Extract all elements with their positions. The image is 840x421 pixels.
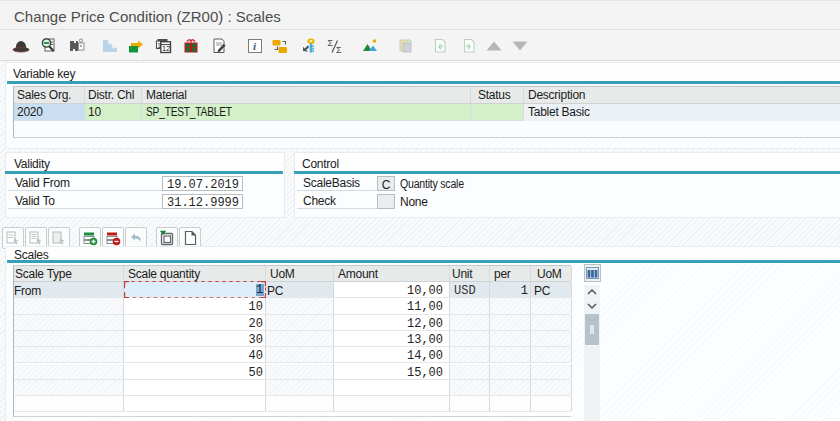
svg-text:Σ: Σ — [328, 38, 334, 48]
svg-text:12: 12 — [162, 44, 170, 53]
svg-text:Σ: Σ — [336, 45, 342, 55]
